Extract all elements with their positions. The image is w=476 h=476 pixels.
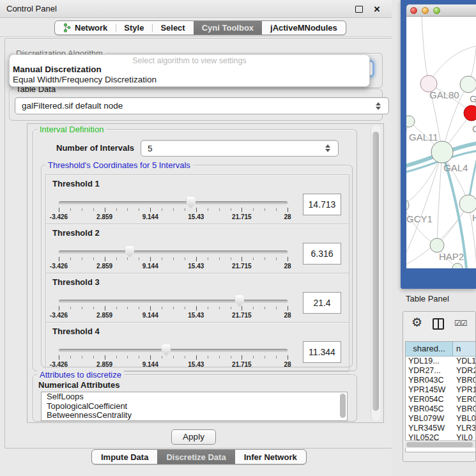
table-cell[interactable]: YBR043C xyxy=(406,376,453,385)
minimize-window-icon[interactable] xyxy=(422,7,429,14)
slider-tick xyxy=(208,208,208,211)
table-row[interactable]: YLR345WYLR3 xyxy=(406,424,475,433)
attribute-list-item[interactable]: TopologicalCoefficient xyxy=(42,402,347,411)
table-cell[interactable]: YLR3 xyxy=(453,424,475,433)
network-edge[interactable] xyxy=(422,17,429,84)
table-horizontal-scrollbar[interactable] xyxy=(405,440,475,448)
network-node[interactable] xyxy=(430,238,444,252)
column-header-name[interactable]: n xyxy=(453,342,475,356)
attribute-list-item[interactable]: BetweennessCentrality xyxy=(42,411,347,420)
threshold-slider[interactable] xyxy=(59,201,288,205)
table-data-group: Table Data galFiltered.sif default node xyxy=(9,89,383,121)
table-row[interactable]: YPR145WYPR1 xyxy=(406,385,475,395)
network-node[interactable] xyxy=(459,195,476,213)
slider-tick xyxy=(150,355,151,360)
slider-thumb[interactable] xyxy=(234,295,244,307)
network-node[interactable] xyxy=(431,141,453,163)
number-of-intervals-combobox[interactable]: 5 xyxy=(141,140,339,157)
apply-button[interactable]: Apply xyxy=(171,429,216,445)
slider-thumb[interactable] xyxy=(186,197,196,208)
table-cell[interactable]: YDL1 xyxy=(453,357,475,366)
table-row[interactable]: YBL079WYBL0 xyxy=(406,414,475,424)
slider-track[interactable] xyxy=(59,349,288,352)
slider-tick xyxy=(59,355,59,360)
columns-icon[interactable] xyxy=(433,318,444,330)
network-node[interactable] xyxy=(460,76,476,93)
slider-tick xyxy=(242,208,242,212)
table-cell[interactable]: YPR145W xyxy=(406,385,453,395)
attributes-group: Attributes to discretize Numerical Attri… xyxy=(33,374,357,422)
table-row[interactable]: YBR045CYBR0 xyxy=(406,404,475,414)
threshold-value-field[interactable]: 6.316 xyxy=(303,243,341,265)
table-cell[interactable]: YDR2 xyxy=(453,366,475,376)
table-cell[interactable]: YPR1 xyxy=(453,385,475,395)
slider-thumb[interactable] xyxy=(162,344,171,356)
column-header-shared-name[interactable]: shared... xyxy=(406,342,453,356)
network-canvas[interactable]: GAL80GACGAL11GAL4GCY1HHAP2 xyxy=(406,17,476,268)
dropdown-option-manual-discretization[interactable]: Manual Discretization xyxy=(12,65,367,75)
node-label: HAP2 xyxy=(439,251,464,262)
threshold-slider[interactable] xyxy=(59,349,288,353)
table-data-combobox[interactable]: galFiltered.sif default node xyxy=(15,97,389,114)
tab-jactivemnodules[interactable]: jActiveMNodules xyxy=(262,21,346,35)
table-cell[interactable]: YDL19... xyxy=(406,357,453,366)
table-cell[interactable]: YBL0 xyxy=(453,414,475,424)
scrollbar-thumb[interactable] xyxy=(372,132,379,411)
threshold-panel: Threshold 2 -3.4262.8599.14415.4321.7152… xyxy=(45,224,349,273)
tab-style[interactable]: Style xyxy=(116,21,152,35)
thresholds-group-label: Threshold's Coordinates for 5 Intervals xyxy=(45,160,193,170)
network-edge[interactable] xyxy=(406,205,437,245)
slider-track[interactable] xyxy=(59,250,288,254)
slider-track[interactable] xyxy=(59,300,288,303)
tab-infer-network[interactable]: Infer Network xyxy=(235,450,306,464)
threshold-slider[interactable] xyxy=(59,250,288,254)
network-node[interactable] xyxy=(406,116,415,127)
numerical-attributes-list[interactable]: SelfLoopsTopologicalCoefficientBetweenne… xyxy=(41,392,348,421)
slider-ticks xyxy=(59,257,288,263)
slider-tick xyxy=(185,356,185,358)
table-row[interactable]: YDL19...YDL1 xyxy=(406,357,475,366)
network-node[interactable] xyxy=(406,199,409,211)
network-node[interactable] xyxy=(464,105,476,121)
tab-network[interactable]: Network xyxy=(55,21,116,35)
table-row[interactable]: YDR27...YDR2 xyxy=(406,366,475,376)
table-cell[interactable]: YBR0 xyxy=(453,404,475,414)
table-cell[interactable]: YER054C xyxy=(406,395,453,404)
table-cell[interactable]: YDR27... xyxy=(406,366,453,376)
scrollbar-thumb[interactable] xyxy=(406,442,473,447)
tick-label: 2.859 xyxy=(96,213,112,220)
close-panel-button[interactable]: ✕ xyxy=(372,4,381,13)
list-scrollbar-thumb[interactable] xyxy=(340,394,346,418)
table-cell[interactable]: YLR345W xyxy=(406,424,453,433)
table-cell[interactable]: YBR0 xyxy=(453,376,475,385)
attribute-list-item[interactable]: SelfLoops xyxy=(42,392,347,402)
table-row[interactable]: YER054CYER0 xyxy=(406,395,475,404)
dropdown-option-equal-width-frequency[interactable]: Equal Width/Frequency Discretization xyxy=(12,75,367,85)
threshold-slider[interactable] xyxy=(59,300,288,303)
slider-tick xyxy=(173,257,174,260)
top-tab-strip: Network Style Select Cyni Toolbox jActiv… xyxy=(0,18,392,37)
table-cell[interactable]: YBL079W xyxy=(406,414,453,424)
table-row[interactable]: YBR043CYBR0 xyxy=(406,376,475,385)
table-cell[interactable]: YBR045C xyxy=(406,404,453,414)
slider-tick xyxy=(173,307,174,309)
tab-select[interactable]: Select xyxy=(152,21,193,35)
zoom-window-icon[interactable] xyxy=(433,7,440,14)
network-node[interactable] xyxy=(452,263,463,268)
slider-thumb[interactable] xyxy=(125,246,134,257)
tab-discretize-data[interactable]: Discretize Data xyxy=(157,450,234,464)
settings-vertical-scrollbar[interactable] xyxy=(371,125,381,421)
close-window-icon[interactable] xyxy=(410,7,417,14)
tab-impute-data[interactable]: Impute Data xyxy=(92,450,157,464)
slider-track[interactable] xyxy=(59,201,288,204)
table-cell[interactable]: YER0 xyxy=(453,395,475,404)
threshold-value-field[interactable]: 11.344 xyxy=(303,341,341,363)
tab-cyni-toolbox[interactable]: Cyni Toolbox xyxy=(194,21,262,35)
gear-icon[interactable]: ⚙ xyxy=(411,316,422,328)
slider-tick xyxy=(93,257,94,260)
select-columns-icon[interactable]: ☑☑ xyxy=(454,319,467,328)
network-window-titlebar[interactable] xyxy=(406,4,476,17)
threshold-value-field[interactable]: 21.4 xyxy=(303,292,341,314)
threshold-value-field[interactable]: 14.713 xyxy=(303,194,341,215)
float-window-button[interactable] xyxy=(355,4,364,13)
